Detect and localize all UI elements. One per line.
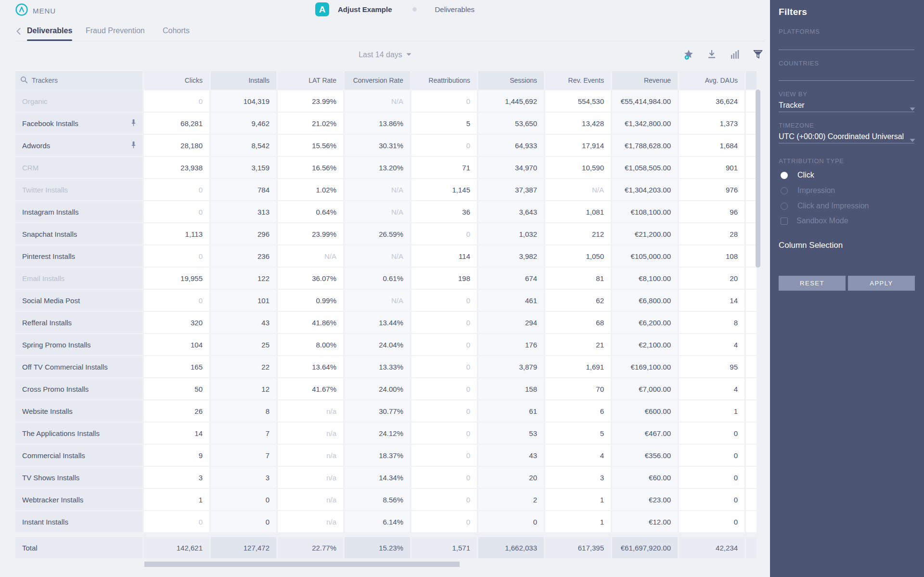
cell-rev-events: 5 (545, 423, 611, 444)
cell-clicks: 50 (144, 378, 209, 399)
column-header-sessions[interactable]: Sessions (478, 71, 544, 90)
tracker-name[interactable]: Instant Installs (15, 511, 142, 532)
tracker-name[interactable]: Off TV Commercial Installs (15, 356, 142, 377)
download-icon[interactable] (706, 48, 718, 61)
tracker-name[interactable]: Spring Promo Installs (15, 334, 142, 355)
platforms-input[interactable] (779, 50, 914, 50)
apply-button[interactable]: APPLY (848, 276, 915, 291)
filter-funnel-icon[interactable] (752, 48, 764, 61)
date-range-dropdown[interactable]: Last 14 days (332, 50, 438, 59)
cell-lat-rate: n/a (278, 467, 343, 488)
cell-avg-daus: 28 (679, 223, 744, 244)
cell-overflow (746, 223, 757, 244)
tracker-name[interactable]: Snapchat Installs (15, 223, 142, 244)
tracker-name[interactable]: Organic (15, 90, 142, 112)
breadcrumb[interactable]: Deliverables (435, 5, 475, 13)
tracker-name[interactable]: Refferal Installs (15, 312, 142, 333)
menu-button[interactable]: MENU (33, 7, 56, 15)
cell-avg-daus: 20 (679, 268, 744, 289)
cell-conversion-rate: 26.59% (345, 223, 410, 244)
back-chevron-icon[interactable] (14, 27, 23, 36)
tracker-name[interactable]: Social Media Post (15, 290, 142, 311)
pin-icon[interactable] (130, 141, 137, 150)
tab-cohorts[interactable]: Cohorts (163, 26, 190, 35)
tracker-name[interactable]: Instagram Installs (15, 201, 142, 222)
attribution-radio-impression[interactable]: Impression (781, 186, 835, 195)
attribution-radio-click[interactable]: Click (781, 171, 814, 180)
cell-lat-rate: 21.02% (278, 113, 343, 134)
total-revenue: €61,697,920.00 (612, 537, 678, 558)
radio-icon (781, 172, 788, 179)
table-row-website-installs: Website Installs268n/a30.77%0616€600.001 (15, 400, 757, 422)
cell-revenue: €23.00 (612, 489, 678, 510)
tracker-name[interactable]: Adwords (15, 135, 142, 156)
column-selection-link[interactable]: Column Selection (779, 241, 843, 250)
cell-sessions: 294 (478, 312, 544, 333)
total-avg-daus: 42,234 (679, 537, 744, 558)
cell-revenue: €6,800.00 (612, 290, 678, 311)
sandbox-mode-checkbox[interactable]: Sandbox Mode (781, 217, 848, 225)
total-clicks: 142,621 (144, 537, 209, 558)
countries-input[interactable] (779, 80, 914, 81)
cell-installs: 0 (211, 489, 276, 510)
horizontal-scrollbar[interactable] (144, 562, 460, 567)
cell-conversion-rate: 13.20% (345, 157, 410, 178)
tab-deliverables[interactable]: Deliverables (27, 26, 72, 35)
cell-avg-daus: 976 (679, 179, 744, 200)
tracker-name[interactable]: Facebook Installs (15, 113, 142, 134)
column-header-installs[interactable]: Installs (211, 71, 276, 90)
app-name[interactable]: Adjust Example (338, 5, 392, 13)
tracker-name[interactable]: The Applications Installs (15, 423, 142, 444)
cell-reattributions: 1,145 (411, 179, 477, 200)
column-header-clicks[interactable]: Clicks (144, 71, 209, 90)
cell-revenue: €1,058,505.00 (612, 157, 678, 178)
tracker-name[interactable]: Pinterest Installs (15, 245, 142, 267)
total-rev-events: 617,395 (545, 537, 611, 558)
pin-icon[interactable] (130, 119, 137, 128)
tracker-name[interactable]: Cross Promo Installs (15, 378, 142, 399)
attribution-radio-click-and-impression[interactable]: Click and Impression (781, 202, 869, 210)
cell-rev-events: 10,590 (545, 157, 611, 178)
cell-reattributions: 0 (411, 334, 477, 355)
save-report-star-icon[interactable] (682, 48, 695, 61)
cell-sessions: 43 (478, 445, 544, 466)
trackers-header-label: Trackers (32, 77, 58, 84)
tracker-name[interactable]: TV Shows Installs (15, 467, 142, 488)
cell-rev-events: 62 (545, 290, 611, 311)
tracker-name[interactable]: Commercial Installs (15, 445, 142, 466)
reset-button[interactable]: RESET (779, 276, 846, 291)
column-header-rev-events[interactable]: Rev. Events (545, 71, 611, 90)
cell-installs: 784 (211, 179, 276, 200)
cell-revenue: €12.00 (612, 511, 678, 532)
column-header-lat-rate[interactable]: LAT Rate (278, 71, 343, 90)
cell-clicks: 9 (144, 445, 209, 466)
column-header-conversion-rate[interactable]: Conversion Rate (345, 71, 410, 90)
cell-avg-daus: 1,684 (679, 135, 744, 156)
tab-fraud-prevention[interactable]: Fraud Prevention (86, 26, 145, 35)
vertical-scrollbar[interactable] (756, 90, 760, 268)
column-header-revenue[interactable]: Revenue (612, 71, 678, 90)
toolbar-icons (682, 48, 764, 61)
tracker-name[interactable]: Twitter Installs (15, 179, 142, 200)
timezone-dropdown[interactable]: UTC (+00:00) Coordinated Universal... (779, 132, 904, 141)
cell-revenue: €8,100.00 (612, 268, 678, 289)
cell-sessions: 3,879 (478, 356, 544, 377)
view-by-label: VIEW BY (779, 90, 808, 98)
column-header-avg-daus[interactable]: Avg. DAUs (679, 71, 744, 90)
cell-avg-daus: 108 (679, 245, 744, 267)
table-row-instagram-installs: Instagram Installs03130.64%N/A363,6431,0… (15, 201, 757, 222)
cell-revenue: €21,200.00 (612, 223, 678, 244)
view-by-dropdown[interactable]: Tracker (779, 101, 904, 110)
tracker-name[interactable]: Webtracker Installs (15, 489, 142, 510)
tracker-name[interactable]: Email Installs (15, 268, 142, 289)
table-row-snapchat-installs: Snapchat Installs1,11329623.99%26.59%01,… (15, 223, 757, 244)
table-row-adwords: Adwords28,1808,54215.56%30.31%064,93317,… (15, 135, 757, 156)
bar-chart-icon[interactable] (729, 48, 741, 61)
tracker-name[interactable]: CRM (15, 157, 142, 178)
cell-lat-rate: n/a (278, 489, 343, 510)
tracker-name[interactable]: Website Installs (15, 400, 142, 422)
timezone-label: TIMEZONE (779, 122, 814, 129)
adjust-logo-icon[interactable] (15, 3, 28, 18)
column-header-reattributions[interactable]: Reattributions (411, 71, 477, 90)
trackers-search-header[interactable]: Trackers (15, 71, 142, 90)
